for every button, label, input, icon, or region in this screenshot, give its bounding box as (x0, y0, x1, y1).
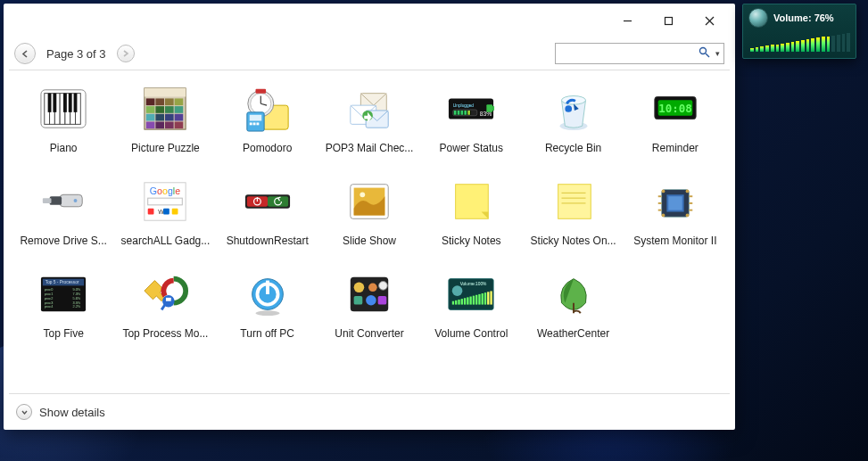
volume-bar (811, 38, 814, 52)
gadget-item-pop3-mail[interactable]: POP3 Mail Chec... (318, 83, 420, 172)
svg-text:proc0: proc0 (45, 288, 54, 292)
svg-rect-17 (69, 94, 72, 112)
svg-text:Volume:100%: Volume:100% (460, 282, 487, 286)
gadget-item-picture-puzzle[interactable]: Picture Puzzle (114, 83, 216, 172)
gadget-label: Pomodoro (243, 142, 292, 154)
gadget-item-weather-center[interactable]: WeatherCenter (522, 268, 624, 358)
system-monitor-icon (647, 176, 704, 227)
svg-point-66 (565, 105, 572, 112)
gadget-item-system-monitor[interactable]: System Monitor II (624, 176, 726, 265)
turn-off-pc-icon (239, 268, 296, 320)
gadget-item-pomodoro[interactable]: Pomodoro (217, 83, 318, 172)
svg-point-100 (685, 214, 689, 218)
svg-rect-16 (63, 94, 67, 112)
svg-rect-42 (255, 89, 266, 94)
svg-point-130 (379, 282, 388, 291)
svg-rect-30 (156, 114, 165, 121)
svg-text:10:08: 10:08 (658, 102, 692, 115)
volume-label: Volume: 76% (773, 12, 834, 23)
gadget-label: Sticky Notes On... (531, 235, 616, 247)
gadget-item-reminder[interactable]: 10:08 Reminder (624, 83, 726, 172)
gadget-label: ShutdownRestart (227, 235, 309, 247)
gadget-item-searchall[interactable]: GoogleW searchALL Gadg... (114, 176, 216, 265)
search-dropdown-caret-icon[interactable]: ▾ (712, 49, 720, 58)
volume-bar (847, 33, 850, 52)
volume-bar (827, 37, 831, 53)
gadget-item-power-status[interactable]: Unplugged83% Power Status (420, 83, 522, 172)
svg-point-99 (661, 214, 665, 218)
svg-point-132 (366, 295, 376, 306)
gadget-item-recycle-bin[interactable]: Recycle Bin (522, 83, 624, 172)
svg-rect-131 (354, 296, 363, 305)
gadget-item-sticky-notes-on[interactable]: Sticky Notes On... (522, 176, 624, 265)
volume-bar (756, 47, 759, 52)
gadget-item-slide-show[interactable]: Slide Show (318, 176, 420, 265)
svg-rect-15 (54, 94, 57, 112)
svg-text:Google: Google (150, 185, 180, 196)
svg-rect-32 (175, 114, 184, 121)
pop3-mail-icon (341, 83, 398, 135)
svg-point-73 (74, 199, 78, 202)
gadget-item-remove-drive[interactable]: Remove Drive S... (12, 176, 114, 265)
svg-rect-35 (165, 121, 174, 128)
svg-point-88 (360, 192, 365, 197)
minimize-button[interactable] (607, 7, 648, 34)
volume-dial-icon[interactable] (748, 8, 768, 28)
shutdown-restart-icon (239, 176, 296, 227)
volume-bar (816, 37, 820, 52)
svg-point-97 (661, 190, 665, 193)
gadget-grid: Piano Picture Puzzle Pomodoro POP3 Mail … (4, 70, 735, 393)
search-input[interactable] (559, 47, 697, 60)
desktop-volume-gadget[interactable]: Volume: 76% (742, 4, 856, 59)
close-button[interactable] (689, 7, 730, 34)
search-box[interactable]: ▾ (555, 43, 724, 64)
svg-rect-70 (60, 194, 82, 206)
footer: Show details (4, 394, 735, 430)
svg-rect-36 (175, 121, 184, 128)
svg-rect-96 (668, 196, 682, 210)
svg-text:Top 5 - Processor: Top 5 - Processor (45, 280, 79, 284)
gadget-label: Reminder (652, 142, 699, 154)
page-back-button[interactable] (14, 43, 36, 64)
gadget-label: Recycle Bin (545, 142, 601, 154)
volume-bar (822, 37, 825, 52)
show-details-toggle[interactable] (16, 404, 32, 420)
svg-rect-58 (461, 111, 464, 115)
page-forward-button[interactable] (117, 45, 135, 62)
volume-bar (842, 34, 846, 52)
gadget-label: Remove Drive S... (20, 235, 106, 247)
svg-rect-144 (473, 296, 475, 305)
gadget-item-volume-control[interactable]: Volume:100% Volume Control (420, 268, 522, 358)
svg-rect-56 (454, 111, 457, 115)
volume-control-icon: Volume:100% (442, 268, 500, 320)
maximize-button[interactable] (648, 7, 689, 34)
svg-rect-44 (249, 115, 261, 121)
svg-rect-121 (166, 298, 171, 301)
search-icon[interactable] (697, 46, 712, 61)
svg-rect-34 (156, 121, 165, 128)
gadget-item-turn-off-pc[interactable]: Turn off PC (217, 268, 318, 358)
gadget-item-top-five[interactable]: Top 5 - Processorproc09.0%proc17.3%proc2… (12, 268, 114, 358)
svg-text:7.3%: 7.3% (73, 292, 81, 296)
svg-rect-77 (148, 209, 154, 215)
svg-rect-137 (452, 301, 454, 305)
svg-point-98 (685, 190, 689, 193)
svg-text:proc1: proc1 (45, 292, 54, 296)
page-indicator: Page 3 of 3 (46, 47, 106, 61)
piano-icon (35, 83, 92, 135)
gadget-label: Picture Puzzle (131, 142, 200, 154)
svg-text:proc4: proc4 (45, 305, 54, 309)
show-details-label: Show details (39, 406, 105, 419)
gadget-item-unit-converter[interactable]: Unit Converter (318, 268, 420, 358)
gadget-item-top-process[interactable]: Top Process Mo... (114, 268, 216, 358)
gadget-item-piano[interactable]: Piano (12, 83, 114, 172)
svg-rect-45 (249, 122, 252, 125)
gadget-item-shutdown-restart[interactable]: ShutdownRestart (217, 176, 318, 265)
volume-bar (831, 36, 835, 52)
svg-rect-139 (459, 300, 460, 305)
svg-rect-149 (487, 292, 489, 304)
svg-rect-1 (665, 17, 672, 24)
gadget-label: Top Process Mo... (122, 327, 208, 340)
gadget-item-sticky-notes[interactable]: Sticky Notes (420, 176, 522, 265)
svg-text:Unplugged: Unplugged (453, 103, 475, 108)
